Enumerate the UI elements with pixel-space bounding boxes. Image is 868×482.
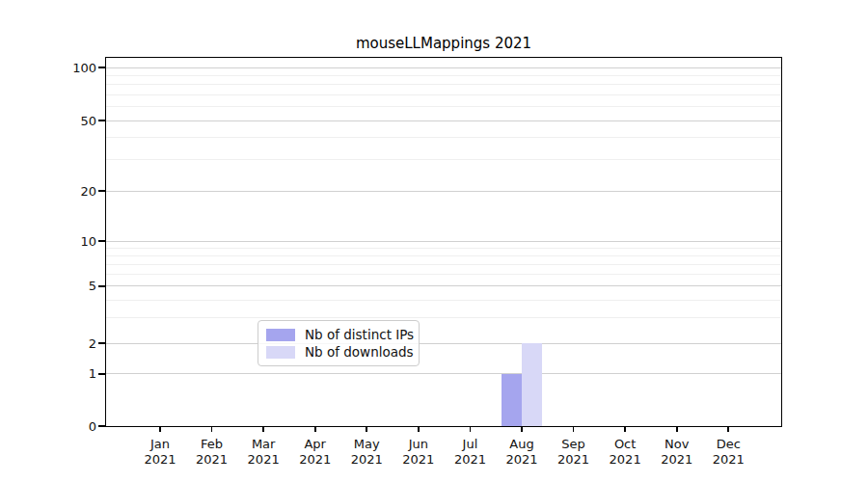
minor-gridline (106, 317, 781, 318)
legend-swatch-distinct-ips (266, 329, 295, 341)
figure: mouseLLMappings 2021 0125102050100Jan202… (0, 0, 868, 482)
x-tick-mark (366, 426, 367, 432)
major-gridline (106, 343, 781, 344)
minor-gridline (106, 248, 781, 249)
major-gridline (106, 67, 781, 68)
chart-title: mouseLLMappings 2021 (106, 35, 781, 52)
y-tick-mark (98, 67, 105, 68)
x-tick-mark (624, 426, 626, 432)
y-tick-label: 5 (29, 280, 96, 292)
x-tick-mark (521, 426, 523, 432)
x-tick-mark (314, 426, 316, 432)
bar-downloads (522, 343, 542, 426)
legend-swatch-downloads (266, 346, 295, 359)
x-tick-mark (573, 426, 575, 432)
major-gridline (106, 241, 781, 242)
y-tick-mark (98, 285, 105, 287)
y-tick-label: 0 (29, 420, 96, 433)
minor-gridline (106, 264, 781, 265)
major-gridline (106, 373, 781, 374)
minor-gridline (106, 84, 781, 85)
legend-label-distinct-ips: Nb of distinct IPs (305, 327, 414, 342)
x-tick-mark (470, 426, 472, 432)
major-gridline (106, 120, 781, 121)
minor-gridline (106, 106, 781, 107)
minor-gridline (106, 274, 781, 275)
y-tick-label: 50 (29, 115, 96, 127)
plot-area (106, 58, 781, 426)
minor-gridline (106, 75, 781, 76)
x-tick-mark (211, 426, 213, 432)
legend: Nb of distinct IPs Nb of downloads (258, 320, 420, 366)
y-tick-label: 1 (29, 367, 96, 380)
minor-gridline (106, 255, 781, 256)
legend-item-distinct-ips: Nb of distinct IPs (266, 326, 411, 343)
y-tick-label: 20 (29, 185, 96, 198)
major-gridline (106, 191, 781, 192)
minor-gridline (106, 300, 781, 301)
x-tick-mark (262, 426, 264, 432)
legend-label-downloads: Nb of downloads (305, 344, 414, 360)
x-tick-mark (418, 426, 420, 432)
x-tick-mark (727, 426, 729, 432)
y-tick-label: 10 (29, 235, 96, 248)
y-tick-mark (98, 373, 105, 375)
y-tick-mark (98, 190, 105, 192)
x-tick-mark (159, 426, 161, 432)
minor-gridline (106, 137, 781, 138)
minor-gridline (106, 159, 781, 160)
legend-item-downloads: Nb of downloads (266, 343, 411, 361)
x-tick-label: Dec2021 (697, 437, 759, 468)
y-tick-label: 2 (29, 337, 96, 350)
y-tick-mark (98, 425, 105, 427)
axes-frame (105, 57, 782, 427)
y-tick-mark (98, 342, 105, 344)
y-tick-label: 100 (29, 62, 96, 74)
y-tick-mark (98, 120, 105, 121)
y-tick-mark (98, 240, 105, 242)
bar-distinct-ips (502, 374, 522, 426)
minor-gridline (106, 94, 781, 95)
x-tick-mark (676, 426, 678, 432)
major-gridline (106, 285, 781, 286)
